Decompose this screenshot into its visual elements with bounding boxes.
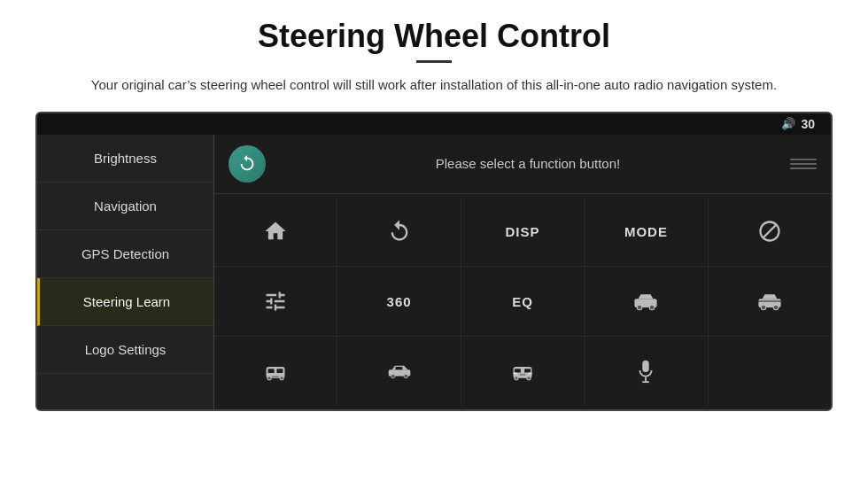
svg-rect-24 [528,372,531,374]
tune-icon [263,289,288,314]
svg-point-16 [404,374,407,377]
function-prompt: Please select a function button! [280,156,776,171]
svg-rect-25 [643,361,649,372]
sidebar-item-logo-settings[interactable]: Logo Settings [37,326,213,374]
btn-eq[interactable]: EQ [461,267,585,336]
buttons-row-3 [214,337,831,406]
title-divider [416,60,452,63]
btn-car-view1[interactable] [585,267,708,336]
back-icon [387,219,412,244]
sidebar-item-navigation[interactable]: Navigation [37,183,213,230]
btn-car-rear[interactable] [461,337,585,406]
btn-360[interactable]: 360 [337,267,461,336]
microphone-icon [633,359,658,384]
sidebar-item-brightness[interactable]: Brightness [37,135,213,183]
disp-label: DISP [506,224,540,239]
svg-point-10 [267,376,271,379]
btn-mode[interactable]: MODE [585,198,708,267]
svg-rect-9 [277,369,283,373]
svg-point-21 [527,376,531,379]
svg-rect-23 [514,372,517,374]
eq-label: EQ [512,294,533,309]
page-subtitle: Your original car’s steering wheel contr… [91,75,777,96]
volume-icon: 🔊 [781,117,795,130]
buttons-row-1: DISP MODE [214,198,831,268]
sidebar: Brightness Navigation GPS Detection Stee… [37,135,214,409]
car-side-icon [387,359,412,384]
mode-label: MODE [624,224,668,239]
home-icon [263,219,288,244]
svg-rect-18 [515,369,521,372]
device-screen: 🔊 30 Brightness Navigation GPS Detection… [35,112,833,411]
svg-rect-12 [272,376,279,377]
car-rear-icon [510,359,535,384]
svg-rect-19 [524,369,531,372]
svg-point-15 [391,374,394,377]
refresh-icon [237,154,257,174]
btn-microphone[interactable] [585,337,708,406]
svg-rect-22 [520,373,526,375]
buttons-grid: DISP MODE [214,194,831,409]
top-right-lines-icon [790,155,817,173]
360-label: 360 [387,294,412,309]
btn-phone-reject[interactable] [709,198,831,267]
svg-point-2 [650,305,655,310]
btn-car-view2[interactable] [709,267,831,336]
sidebar-item-gps-detection[interactable]: GPS Detection [37,230,213,278]
svg-rect-14 [395,367,402,369]
screen-body: Brightness Navigation GPS Detection Stee… [37,135,831,409]
sidebar-item-steering-learn[interactable]: Steering Learn [37,278,213,326]
btn-tune[interactable] [214,267,337,336]
car-view1-icon [633,289,658,314]
btn-home[interactable] [214,198,337,267]
svg-point-11 [280,376,283,379]
svg-rect-8 [268,369,275,373]
svg-point-5 [773,305,779,310]
btn-back[interactable] [337,198,461,267]
refresh-button[interactable] [229,145,266,183]
page-title: Steering Wheel Control [258,18,610,55]
main-content: Please select a function button! [214,135,831,409]
btn-disp[interactable]: DISP [461,198,585,267]
svg-point-4 [761,305,766,310]
car-front-icon [263,359,288,384]
buttons-row-2: 360 EQ [214,267,831,337]
car-view2-icon [757,289,782,314]
btn-car-side[interactable] [337,337,461,406]
screen-topbar: 🔊 30 [37,113,831,135]
volume-value: 30 [801,117,815,131]
svg-point-20 [515,376,518,379]
function-bar: Please select a function button! [214,135,831,194]
phone-reject-icon [757,219,782,244]
btn-empty [709,337,831,406]
svg-point-1 [638,305,643,310]
btn-car-front[interactable] [214,337,337,406]
